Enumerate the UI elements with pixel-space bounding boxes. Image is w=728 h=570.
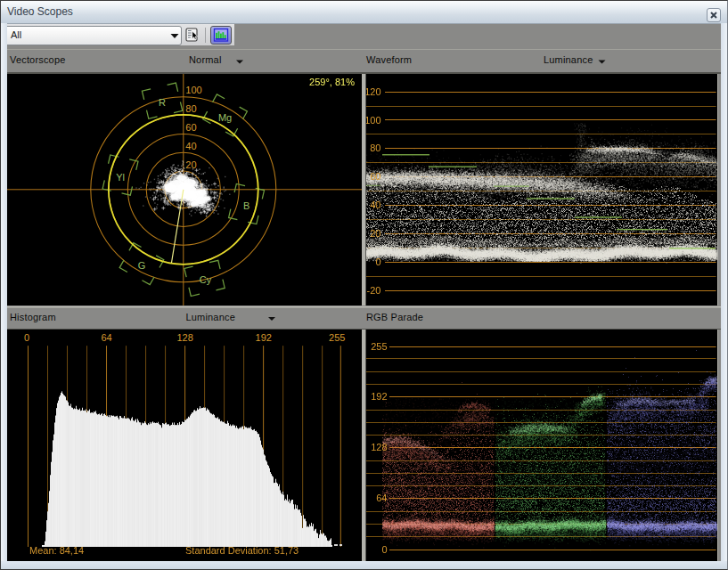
svg-text:64: 64 bbox=[376, 493, 387, 503]
svg-text:259°, 81%: 259°, 81% bbox=[309, 77, 355, 87]
svg-text:255: 255 bbox=[371, 341, 387, 352]
svg-text:0: 0 bbox=[381, 544, 387, 555]
svg-text:0: 0 bbox=[375, 256, 380, 267]
svg-text:100: 100 bbox=[364, 115, 380, 126]
svg-text:40: 40 bbox=[370, 200, 380, 210]
svg-text:-20: -20 bbox=[367, 285, 381, 296]
svg-text:120: 120 bbox=[364, 86, 380, 97]
svg-text:Mean: 84,14: Mean: 84,14 bbox=[29, 545, 84, 556]
svg-text:20: 20 bbox=[370, 228, 380, 239]
svg-text:192: 192 bbox=[371, 391, 387, 402]
svg-text:128: 128 bbox=[371, 442, 387, 452]
svg-text:60: 60 bbox=[370, 171, 380, 182]
svg-text:80: 80 bbox=[370, 142, 380, 153]
svg-text:Standard Deviation: 51,73: Standard Deviation: 51,73 bbox=[185, 545, 299, 556]
